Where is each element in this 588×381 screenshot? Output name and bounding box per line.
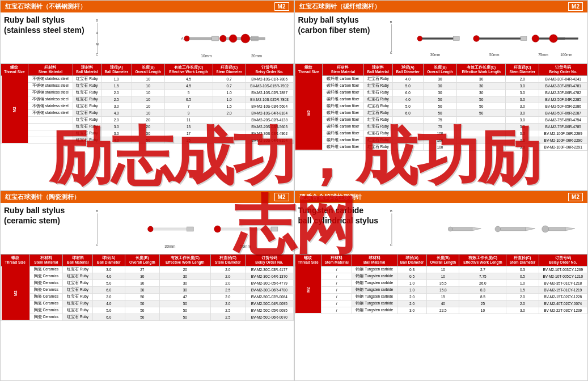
table-row: M2不锈钢 stainless steel红宝石 Ruby1.0104.50.7… <box>1 75 294 82</box>
table-cell: 3.0 <box>506 130 539 137</box>
svg-rect-23 <box>453 36 459 40</box>
table-cell <box>457 130 506 137</box>
table-cell: 100 <box>424 130 457 137</box>
svg-point-24 <box>473 35 479 41</box>
table-row: 陶瓷 Ceramics红宝石 Ruby4.030302.0BV-M2-30C-0… <box>1 273 294 280</box>
table-cell: 5.0 <box>92 280 125 286</box>
svg-text:C: C <box>96 52 99 56</box>
thread-cell: M2 <box>295 75 323 150</box>
table-cell: / <box>322 293 352 300</box>
table-cell: 30 <box>125 280 159 286</box>
table-cell <box>392 143 424 150</box>
table-cell: 1.0 <box>101 75 132 82</box>
page-grid: 红宝石球测针（不锈钢测杆） M2 Ruby ball stylus (stain… <box>0 0 588 381</box>
table-row: M2/钨钢 Tungsten carbide0.3102.70.3BV-M2-1… <box>295 266 587 273</box>
table-cell: 红宝石 Ruby <box>73 89 101 96</box>
thread-cell: M2 <box>1 266 30 320</box>
table-cell: 10 <box>132 109 164 116</box>
table-cell: 30 <box>160 280 210 286</box>
table-cell: BV-M2-20S-03R-5603 <box>246 123 293 130</box>
table-cell: 红宝石 Ruby <box>363 123 392 130</box>
table-row: 红宝石 Ruby4.05025BV-M2-20S-04R-8104 <box>1 137 294 143</box>
table-cell: 5 <box>164 89 213 96</box>
table-cell: 2.0 <box>101 116 132 123</box>
table-cell <box>28 137 73 143</box>
table-cell <box>28 130 73 137</box>
table-cell: 13 <box>164 123 213 130</box>
table-cell: 3.0 <box>506 103 539 109</box>
diagram-svg-tl: B D M C <box>95 17 290 60</box>
table-row: 不锈钢 stainless steel红宝石 Ruby2.01051.0BV-M… <box>1 89 294 96</box>
panel-top-tl: Ruby ball stylus (stainless steel stem) … <box>1 12 294 64</box>
th-stemdia-br: 杆直径(C)Stem Diameter <box>506 255 539 266</box>
table-cell: BV-M2-15T-02CY-1228 <box>539 293 587 300</box>
table-cell <box>213 130 246 137</box>
table-row: 碳纤维 carbon fiber红宝石 Ruby753.0BV-M2-75F-0… <box>295 123 587 130</box>
svg-text:20mm: 20mm <box>251 54 262 58</box>
table-row: 碳纤维 carbon fiber红宝石 Ruby6.050503.0BV-M2-… <box>295 109 587 116</box>
svg-point-41 <box>214 226 221 232</box>
table-row: 碳纤维 carbon fiber红宝石 Ruby4.050503.0BV-M2-… <box>295 96 587 103</box>
table-cell: / <box>322 300 352 307</box>
table-cell: 10 <box>427 273 459 280</box>
table-row: 陶瓷 Ceramics红宝石 Ruby5.030302.0BV-M2-30C-0… <box>1 280 294 286</box>
table-cell: 9 <box>164 109 213 116</box>
table-cell: BV-M2-10S-04R-8104 <box>246 109 293 116</box>
th-length-tl: 长度(B)Overall Length <box>132 64 164 76</box>
table-row: 碳纤维 carbon fiber红宝石 Ruby5.030303.0BV-M2-… <box>295 82 587 89</box>
table-cell: 0.7 <box>213 75 246 82</box>
th-stem-br: 杆材料Stem Material <box>322 255 352 266</box>
table-cell: 陶瓷 Ceramics <box>29 293 63 300</box>
table-cell: 红宝石 Ruby <box>363 137 392 143</box>
svg-point-38 <box>148 226 154 232</box>
table-cell: / <box>322 266 352 273</box>
svg-rect-39 <box>153 228 187 230</box>
svg-point-27 <box>532 35 539 42</box>
m2-badge-bl: M2 <box>274 193 289 201</box>
svg-text:D: D <box>96 31 98 35</box>
table-row: 红宝石 Ruby3.02013BV-M2-20S-03R-5603 <box>1 123 294 130</box>
header-cn-br: 硬质合金钨球柱形测针 <box>299 193 362 201</box>
table-cell: 30 <box>125 286 159 293</box>
panel-top-tr: Ruby ball stylus (carbon fiber stem) B C <box>295 12 588 64</box>
panel-top-bl: Ruby ball stylus (ceramic stem) B C <box>1 203 294 254</box>
table-row: 不锈钢 stainless steel红宝石 Ruby4.01092.0BV-M… <box>1 109 294 116</box>
table-row: 碳纤维 carbon fiber红宝石 Ruby5.050503.0BV-M2-… <box>295 103 587 109</box>
panel-body-tr: Ruby ball stylus (carbon fiber stem) B C <box>295 12 588 190</box>
diagram-svg-br: B C <box>389 208 585 250</box>
table-cell: 不锈钢 stainless steel <box>28 96 73 103</box>
table-cell: 3.0 <box>506 89 539 96</box>
table-cell <box>213 116 246 123</box>
table-cell: BV-M2-10S-01R-7806 <box>246 75 293 82</box>
table-cell: 75 <box>424 116 457 123</box>
table-cell: 1.0 <box>213 89 246 96</box>
table-cell: BV-M2-50C-02R-0084 <box>246 293 293 300</box>
table-cell: 红宝石 Ruby <box>363 96 392 103</box>
th-ordernum-bl: 订货号码Beisy Order No. <box>246 255 293 266</box>
table-row: M2陶瓷 Ceramics红宝石 Ruby3.027202.0BV-M2-30C… <box>1 266 294 273</box>
th-balldia-tr: 球径(A)Ball Diameter <box>392 64 424 76</box>
table-row: 碳纤维 carbon fiber红宝石 Ruby753.0BV-M2-75F-0… <box>295 116 587 123</box>
table-cell: BV-M2-40T-02CY-0074 <box>539 300 587 307</box>
th-ball-tl: 球材料Ball Material <box>73 64 101 76</box>
svg-rect-6 <box>189 37 211 40</box>
table-cell: 4.0 <box>92 273 125 280</box>
table-cell: 1.5 <box>213 103 246 109</box>
table-cell: 30 <box>457 89 506 96</box>
table-cell: 钨钢 Tungsten carbide <box>352 300 397 307</box>
data-table-br: 螺纹Thread Size 杆材料Stem Material 球材料Ball M… <box>295 254 588 314</box>
table-cell: BV-M2-10S-025R-7803 <box>246 96 293 103</box>
table-cell: 2.0 <box>397 293 427 300</box>
title-block-br: Tungsten carbide ball cylindrical stylus <box>298 205 389 252</box>
table-cell: 红宝石 Ruby <box>363 89 392 96</box>
table-cell: BV-M2-50C-04R-0095 <box>246 300 293 307</box>
table-cell: 红宝石 Ruby <box>73 130 101 137</box>
table-cell: 2.7 <box>459 266 506 273</box>
table-cell: 红宝石 Ruby <box>73 96 101 103</box>
diagram-area-bl: B C 30mm 50mm <box>95 205 290 252</box>
svg-point-13 <box>241 34 250 43</box>
table-cell: 4.0 <box>392 96 424 103</box>
panel-title-tl: Ruby ball stylus (stainless steel stem) <box>4 15 95 35</box>
table-cell: 陶瓷 Ceramics <box>29 273 63 280</box>
table-cell: 钨钢 Tungsten carbide <box>352 273 397 280</box>
